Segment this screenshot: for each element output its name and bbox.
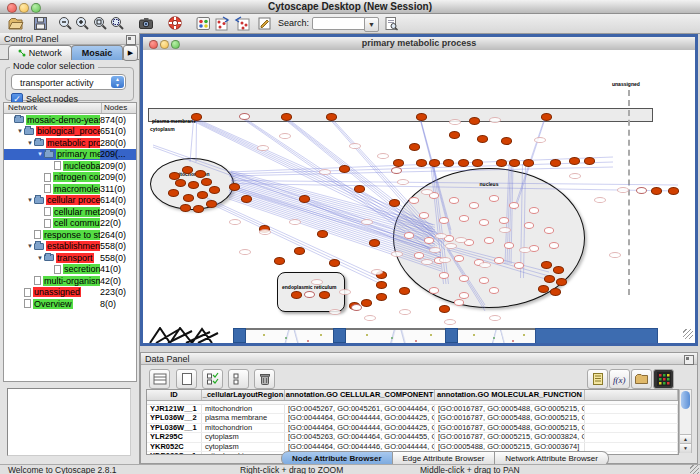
gene-node[interactable] (449, 131, 460, 139)
gene-node[interactable] (168, 189, 179, 197)
expand-arrow-icon[interactable]: ▼ (36, 151, 44, 157)
attribute-table[interactable]: ID_cellularLayoutRegionannotation.GO CEL… (146, 389, 679, 455)
gene-node[interactable] (182, 166, 193, 174)
nucleus-gene-node[interactable] (439, 272, 449, 279)
nucleus-gene-node[interactable] (514, 262, 524, 269)
nucleus-gene-node[interactable] (414, 252, 424, 259)
gene-node[interactable] (458, 159, 469, 167)
gene-node[interactable] (209, 186, 220, 194)
function-builder-icon[interactable]: f(x) (609, 369, 630, 389)
gene-node[interactable] (501, 137, 512, 145)
gene-node[interactable] (317, 230, 328, 238)
nucleus-gene-node[interactable] (404, 232, 414, 239)
tree-row[interactable]: cellular metabo209(0) (4, 206, 136, 218)
birds-eye-view[interactable] (7, 388, 131, 456)
tree-row[interactable]: ▼transport558(0) (4, 252, 136, 264)
scroll-down-icon[interactable]: ▼ (680, 443, 691, 453)
nucleus-gene-node[interactable] (544, 227, 554, 234)
search-input[interactable] (312, 17, 366, 30)
table-row[interactable]: YPL036W__1mitochondrion[GO:0044464, GO:0… (147, 424, 678, 433)
gene-node[interactable] (354, 185, 365, 193)
gene-node[interactable] (541, 113, 552, 121)
network-a-icon[interactable] (214, 15, 231, 32)
snapshot-icon[interactable] (138, 15, 155, 32)
gene-node[interactable] (538, 285, 549, 293)
tree-row[interactable]: macromolecule311(0) (4, 183, 136, 195)
zoom-out-icon[interactable] (57, 15, 74, 32)
expand-arrow-icon[interactable]: ▼ (16, 128, 24, 134)
nucleus-gene-node[interactable] (549, 242, 559, 249)
combobox-stepper-icon[interactable]: ▲▼ (111, 76, 124, 88)
gene-node[interactable] (197, 191, 208, 199)
table-row[interactable]: YJR121W__1mitochondrion[GO:0045267, GO:0… (147, 405, 678, 414)
table-scrollbar[interactable]: ▲ ▼ (679, 389, 692, 453)
gene-node[interactable] (191, 113, 202, 121)
node-color-combobox[interactable]: transporter activity ▲▼ (11, 74, 126, 90)
search-doc-icon[interactable] (383, 15, 400, 32)
notes-icon[interactable] (587, 369, 608, 389)
float-panel-icon[interactable] (684, 355, 694, 365)
gene-node-unselected[interactable] (239, 113, 250, 120)
gene-node[interactable] (556, 278, 567, 286)
gene-node[interactable] (183, 194, 194, 202)
nucleus-gene-node[interactable] (454, 299, 464, 306)
gene-node[interactable] (569, 157, 580, 165)
matrix-icon[interactable] (653, 369, 674, 389)
nucleus-gene-node[interactable] (479, 277, 489, 284)
column-header[interactable]: annotation.GO MOLECULAR_FUNCTION (435, 390, 585, 400)
zoom-in-icon[interactable] (74, 15, 91, 32)
tree-row[interactable]: nucleobase-209(0) (4, 160, 136, 172)
gene-node[interactable] (509, 159, 520, 167)
gene-node[interactable] (429, 159, 440, 167)
gene-node[interactable] (584, 157, 595, 165)
gene-node-unselected[interactable] (304, 291, 315, 298)
expand-arrow-icon[interactable]: ▼ (26, 243, 34, 249)
expand-arrow-icon[interactable]: ▼ (36, 255, 44, 261)
minimize-view-icon[interactable] (160, 40, 169, 49)
nucleus-gene-node[interactable] (469, 202, 479, 209)
gene-node[interactable] (329, 259, 340, 267)
nucleus-gene-node[interactable] (504, 242, 514, 249)
expand-arrow-icon[interactable]: ▼ (26, 140, 34, 146)
nucleus-gene-node[interactable] (489, 287, 499, 294)
table-row[interactable]: YLR295Ccytoplasm[GO:0045263, GO:0044464,… (147, 433, 678, 442)
nucleus-gene-node[interactable] (454, 255, 464, 262)
zoom-fit-icon[interactable] (92, 15, 109, 32)
gene-node[interactable] (550, 159, 561, 167)
tree-row[interactable]: secretion41(0) (4, 264, 136, 276)
gene-node[interactable] (361, 299, 372, 307)
nucleus-gene-node[interactable] (494, 257, 504, 264)
gene-node[interactable] (389, 199, 400, 207)
tree-row[interactable]: ▼establishment of lo558(0) (4, 241, 136, 253)
nucleus-gene-node[interactable] (449, 197, 459, 204)
search-options-dropdown[interactable]: ▼ (364, 17, 379, 32)
gene-node[interactable] (319, 291, 330, 299)
tree-row[interactable]: nitrogen compo209(0) (4, 172, 136, 184)
gene-node[interactable] (469, 117, 480, 125)
tree-row[interactable]: ▼cellular process614(0) (4, 195, 136, 207)
gene-node-unselected[interactable] (636, 187, 647, 194)
gene-node[interactable] (416, 113, 427, 121)
gene-node[interactable] (553, 266, 564, 274)
nucleus-gene-node[interactable] (429, 287, 439, 294)
gene-node[interactable] (477, 135, 488, 143)
nucleus-gene-node[interactable] (479, 219, 489, 226)
gene-node[interactable] (339, 165, 350, 173)
gene-node[interactable] (541, 261, 552, 269)
close-view-icon[interactable] (149, 40, 158, 49)
attribute-table-icon[interactable] (149, 369, 170, 389)
scrollbar-thumb[interactable] (681, 391, 690, 409)
tab-overflow-arrow[interactable]: ▶ (123, 45, 138, 61)
zoom-region-icon[interactable] (109, 15, 126, 32)
tree-row[interactable]: mosaic-demo-yeast874(0) (4, 114, 136, 126)
open-icon[interactable] (7, 15, 24, 32)
view-resize-grip[interactable] (683, 329, 693, 339)
new-attribute-icon[interactable] (176, 369, 197, 389)
nucleus-gene-node[interactable] (419, 212, 429, 219)
network-b-icon[interactable] (234, 15, 251, 32)
gene-node[interactable] (439, 305, 450, 313)
network-view-titlebar[interactable]: primary metabolic process (143, 37, 695, 51)
attribute-table-header[interactable]: ID_cellularLayoutRegionannotation.GO CEL… (147, 390, 678, 401)
close-window-icon[interactable] (7, 3, 17, 13)
gene-node[interactable] (523, 159, 534, 167)
